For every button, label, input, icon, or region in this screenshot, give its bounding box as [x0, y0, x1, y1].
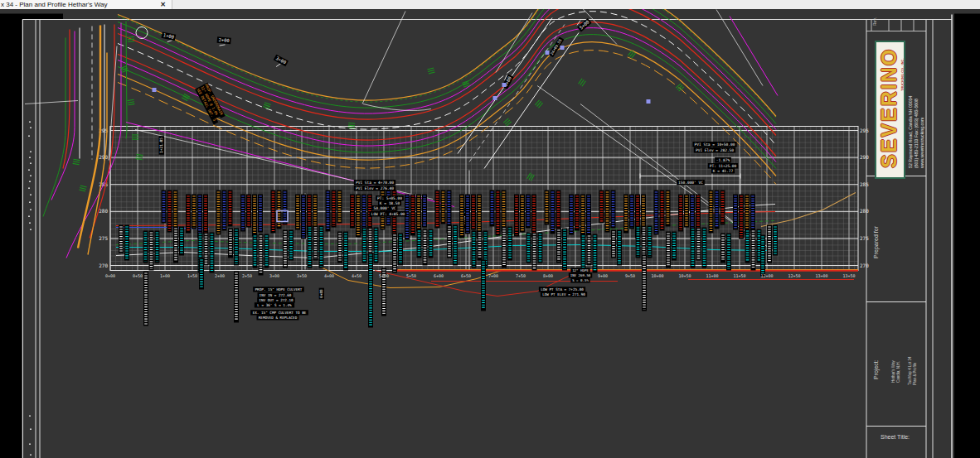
vegetation-hatch	[128, 37, 134, 42]
vegetation-hatch	[527, 173, 535, 181]
svg-text:290: 290	[99, 154, 108, 160]
vegetation-hatch	[579, 79, 586, 87]
svg-text:7+50: 7+50	[516, 273, 526, 278]
vegetation-hatch	[263, 103, 270, 109]
svg-text:LOW PT: 4+85.00: LOW PT: 4+85.00	[371, 212, 405, 216]
svg-text:290: 290	[860, 154, 869, 160]
svg-text:12+00: 12+00	[760, 273, 773, 278]
tab-title: x 34 - Plan and Profile Hethar's Way	[0, 1, 157, 8]
svg-text:L = 36' S = 1.4%: L = 36' S = 1.4%	[257, 303, 292, 307]
svg-text:6+00: 6+00	[434, 273, 444, 278]
grip-handle[interactable]	[153, 88, 157, 92]
company-address-line1: 52 Raymond Road, Candia NH 03034	[908, 96, 913, 168]
svg-text:PVI Sta = 4+70.00: PVI Sta = 4+70.00	[356, 181, 394, 185]
svg-text:2+00: 2+00	[215, 273, 225, 278]
svg-text:10+50: 10+50	[678, 273, 691, 278]
prepared-for-label: Prepared for	[873, 226, 879, 258]
svg-text:270: 270	[860, 263, 869, 268]
svg-text:12" HDPE: 12" HDPE	[572, 268, 589, 272]
tab-close-icon[interactable]: ✕	[157, 1, 172, 8]
svg-text:285: 285	[860, 181, 869, 187]
grip-handle[interactable]	[502, 83, 507, 87]
svg-text:275: 275	[99, 235, 108, 241]
svg-text:INV OUT = 272.10: INV OUT = 272.10	[259, 298, 294, 302]
vegetation-hatch	[676, 84, 683, 91]
svg-text:2+50: 2+50	[242, 273, 252, 278]
project-line-3: Tax Map 4 Lot 34	[908, 356, 912, 385]
svg-text:13+00: 13+00	[815, 273, 827, 278]
svg-text:3+50: 3+50	[297, 273, 307, 278]
project-line-1: Hethar's Way	[891, 360, 895, 383]
vegetation-hatch	[182, 94, 190, 101]
project-label: Project:	[873, 359, 879, 379]
svg-text:INV IN = 272.60: INV IN = 272.60	[260, 293, 292, 297]
svg-text:275: 275	[860, 235, 869, 241]
svg-text:150.000' VC: 150.000' VC	[678, 181, 703, 185]
grip-handle[interactable]	[493, 96, 497, 100]
svg-text:280: 280	[99, 208, 108, 214]
project-line-4: Plan & Profile	[913, 363, 917, 385]
svg-text:270: 270	[99, 263, 108, 268]
vegetation-hatch	[535, 100, 542, 108]
svg-text:0+88: 0+88	[319, 289, 323, 298]
svg-text:INV 269.50: INV 269.50	[570, 273, 591, 277]
svg-text:11+50: 11+50	[733, 273, 745, 278]
svg-text:5+00: 5+00	[379, 273, 389, 278]
svg-text:7+00: 7+00	[488, 273, 498, 278]
svg-text:0+50: 0+50	[133, 273, 143, 278]
project-line-2: Candia, N.H.	[896, 361, 900, 383]
svg-text:4+00: 4+00	[324, 273, 334, 278]
svg-text:PVI Elev = 276.40: PVI Elev = 276.40	[356, 186, 394, 190]
grip-handle[interactable]	[546, 51, 550, 55]
vegetation-hatch	[73, 159, 80, 165]
svg-text:0+00: 0+00	[105, 273, 115, 278]
revision-column-label: Rev.	[872, 17, 877, 26]
svg-text:1+50: 1+50	[187, 273, 197, 278]
svg-text:12+50: 12+50	[788, 273, 800, 278]
svg-text:K = 18.50: K = 18.50	[380, 201, 400, 205]
company-logo-subtext: TRUCKING CO., INC.	[900, 58, 905, 91]
svg-text:9+00: 9+00	[598, 273, 608, 278]
svg-text:6+50: 6+50	[461, 273, 471, 278]
svg-text:PT: 11+25.00: PT: 11+25.00	[710, 164, 737, 168]
vegetation-hatch	[120, 66, 128, 73]
vegetation-hatch	[427, 68, 434, 74]
svg-text:50.000' VC: 50.000' VC	[373, 206, 395, 210]
svg-text:LOW PT STA = 7+25.00: LOW PT STA = 7+25.00	[541, 287, 584, 292]
drawing-tab[interactable]: x 34 - Plan and Profile Hethar's Way ✕	[0, 0, 172, 9]
grip-handle[interactable]	[647, 99, 651, 104]
svg-text:-1.87%: -1.87%	[716, 158, 730, 162]
sheet-title-label: Sheet Title:	[881, 434, 910, 440]
svg-text:LOW PT ELEV = 271.90: LOW PT ELEV = 271.90	[542, 292, 585, 296]
company-logo-text: SEVERINO	[877, 48, 901, 168]
vegetation-hatch	[503, 118, 511, 126]
svg-text:EX. 15" CMP CULVERT TO BE: EX. 15" CMP CULVERT TO BE	[253, 311, 307, 315]
svg-text:9+50: 9+50	[625, 273, 635, 278]
svg-text:11+00: 11+00	[706, 273, 718, 278]
svg-text:1+21.05: 1+21.05	[159, 137, 163, 153]
svg-text:3+00: 3+00	[269, 273, 279, 278]
svg-text:K = 41.77: K = 41.77	[713, 169, 734, 173]
vegetation-hatch	[128, 99, 135, 105]
svg-text:PT: 5+05.00: PT: 5+05.00	[377, 196, 402, 200]
svg-text:280: 280	[860, 208, 869, 214]
svg-text:PVI Sta = 10+50.00: PVI Sta = 10+50.00	[695, 142, 735, 147]
drawing-canvas[interactable]: 2952952902902852852802802752752702701+00…	[0, 9, 980, 458]
cad-drawing: 2952952902902852852802802752752702701+00…	[0, 9, 980, 458]
svg-text:1+00: 1+00	[160, 273, 170, 278]
svg-text:2+00: 2+00	[218, 37, 230, 43]
vegetation-hatch	[79, 186, 86, 191]
svg-text:8+00: 8+00	[543, 273, 553, 278]
svg-text:295: 295	[860, 128, 869, 133]
company-address-line3: www.severinotrucking.com	[919, 118, 924, 168]
company-address-line2: (603) 483-2133 Fax: (603) 483-5608	[914, 99, 919, 168]
svg-text:5+50: 5+50	[406, 273, 416, 278]
svg-text:PVI Elev = 282.50: PVI Elev = 282.50	[696, 148, 734, 152]
tab-bar: x 34 - Plan and Profile Hethar's Way ✕	[0, 0, 980, 9]
svg-text:4+50: 4+50	[352, 273, 361, 278]
svg-text:S = 0.5%: S = 0.5%	[572, 278, 589, 282]
svg-text:REMOVED & REPLACED: REMOVED & REPLACED	[259, 316, 298, 320]
svg-text:PROP. 15" HDPE CULVERT: PROP. 15" HDPE CULVERT	[255, 287, 303, 292]
svg-text:10+00: 10+00	[651, 273, 663, 278]
grip-handle[interactable]	[560, 46, 565, 50]
